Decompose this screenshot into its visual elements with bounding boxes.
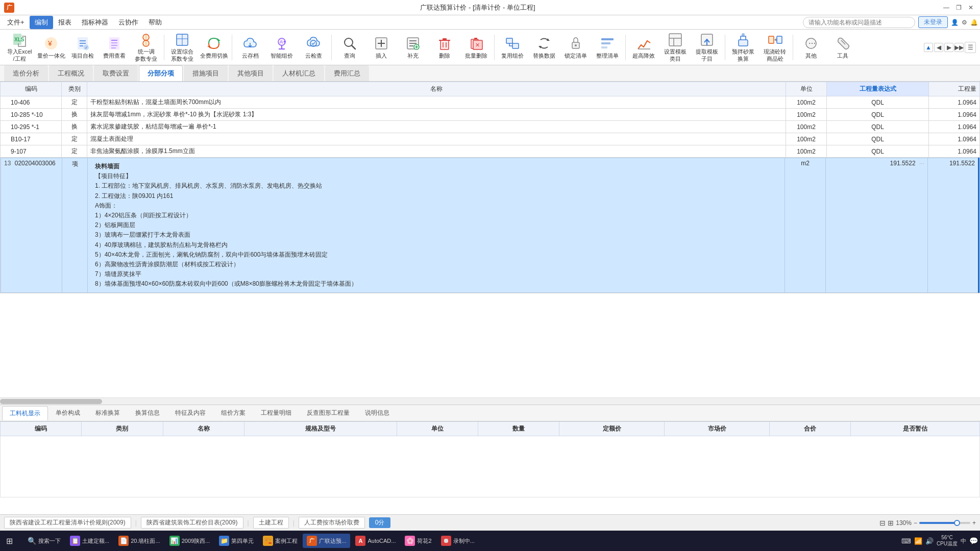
btab-group-plan[interactable]: 组价方案 [213, 406, 253, 420]
taskbar-autocad[interactable]: A AutoCAD... [351, 534, 400, 548]
toolbar-cloud-check[interactable]: 云检查 [298, 32, 329, 63]
table-row[interactable]: 10-295 *-1 换 素水泥浆掺建筑胶，粘结层每增减一遍 单价*-1 100… [1, 121, 980, 133]
row-code: 10-295 *-1 [1, 121, 62, 133]
taskbar-sample[interactable]: 🏗️ 案例工程 [259, 534, 302, 548]
toolbar-replace-data[interactable]: 替换数据 [529, 32, 559, 63]
toolbar-reuse-group[interactable]: 复用组价 [497, 32, 528, 63]
status-decoration-price[interactable]: 陕西省建筑装饰工程价目表(2009) [141, 517, 243, 529]
taskbar-guanglianda[interactable]: 广 广联达预... [303, 534, 350, 548]
toolbar-separator-6 [725, 35, 725, 60]
table-row[interactable]: B10-17 定 混凝土表面处理 100m2 QDL 1.0964 [1, 133, 980, 145]
btab-unit-price-composition[interactable]: 单价构成 [48, 406, 88, 420]
status-construction-type[interactable]: 土建工程 [253, 517, 289, 529]
tab-labor-material[interactable]: 人材机汇总 [274, 65, 324, 81]
toolbar-tidy-clear[interactable]: 整理清单 [592, 32, 623, 63]
scrollbar-thumb[interactable] [0, 399, 102, 404]
toolbar-precast-sand[interactable]: 预拌砂浆换算 [728, 32, 758, 63]
login-button[interactable]: 未登录 [918, 16, 948, 28]
tab-cost-analysis[interactable]: 造价分析 [4, 65, 48, 81]
status-labor-fee[interactable]: 人工费按市场价取费 [299, 517, 365, 529]
menu-item-edit[interactable]: 编制 [30, 16, 53, 29]
toolbar-insert[interactable]: 插入 [366, 32, 397, 63]
toolbar-full-switch[interactable]: 全费用切换 [199, 32, 229, 63]
toolbar-tools[interactable]: 工具 [827, 32, 858, 63]
taskbar-wall[interactable]: 📄 20.墙柱面... [114, 534, 164, 548]
svg-marker-21 [217, 38, 220, 41]
nav-arrow-right2[interactable]: ▶▶ [954, 43, 964, 52]
toolbar-project-check[interactable]: ✓ 项目自检 [67, 32, 98, 63]
toolbar-unit-price[interactable]: ¥ 量价一体化 [36, 32, 66, 63]
row-expr: QDL [827, 96, 929, 109]
toolbar-config-sum[interactable]: 设置综合系数专业 [167, 32, 198, 63]
btab-labor-material-display[interactable]: 工料机显示 [2, 406, 48, 420]
column-settings-btn[interactable]: ☰ [965, 42, 976, 53]
maximize-btn[interactable]: ❐ [953, 3, 964, 13]
tab-other-items[interactable]: 其他项目 [229, 65, 273, 81]
toolbar-query[interactable]: 查询 [334, 32, 365, 63]
expanded-row-13[interactable]: 13 020204003006 项 块料墙面 【项目特征】 1. 工程部位：地下… [1, 158, 980, 293]
zoom-out-btn[interactable]: − [914, 519, 917, 527]
search-input[interactable] [803, 17, 915, 28]
tab-fee-summary[interactable]: 费用汇总 [325, 65, 369, 81]
menu-item-report[interactable]: 报表 [53, 16, 77, 29]
menu-item-help[interactable]: 帮助 [143, 16, 167, 29]
title-bar: 广 广联达预算计价 - [清单计价 - 单位工程] — ❐ ✕ [0, 0, 980, 15]
toolbar-supplement[interactable]: 补充 [398, 32, 428, 63]
view-grid-icon[interactable]: ⊞ [888, 519, 894, 527]
btab-qty-detail[interactable]: 工程量明细 [253, 406, 299, 420]
btab-features-content[interactable]: 特征及内容 [167, 406, 213, 420]
taskbar-search[interactable]: 🔍 搜索一下 [23, 535, 65, 547]
start-button[interactable]: ⊞ [2, 534, 22, 548]
taskbar-shaanxi[interactable]: 📊 2009陕西... [165, 534, 214, 548]
taskbar-quota[interactable]: 📋 土建定额... [66, 534, 113, 548]
zoom-slider[interactable] [919, 522, 970, 524]
table-row[interactable]: 10-285 *-10 换 抹灰层每增减1mm，水泥砂浆 单价*-10 换为【水… [1, 109, 980, 121]
btab-standard-conversion[interactable]: 标准换算 [88, 406, 128, 420]
bell-icon[interactable]: 🔔 [970, 19, 978, 26]
toolbar-overpow[interactable]: 超高降效 [628, 32, 659, 63]
toolbar-lock-clear[interactable]: 锁定清单 [560, 32, 591, 63]
toolbar-unified-adjust[interactable]: 统一调参数专业 [131, 32, 161, 63]
toolbar-extract-template[interactable]: 提取模板子目 [692, 32, 722, 63]
menu-item-collab[interactable]: 云协作 [113, 16, 143, 29]
toolbar-on-site-turn[interactable]: 现浇砼转商品砼 [760, 32, 790, 63]
toolbar-smart-group[interactable]: A✦ 智能组价 [266, 32, 297, 63]
btab-description[interactable]: 说明信息 [357, 406, 397, 420]
table-row[interactable]: 10-406 定 干粉型粘贴剂粘贴，混凝土墙面周长700mm以内 100m2 Q… [1, 96, 980, 109]
svg-text:✕: ✕ [475, 42, 480, 48]
notification-icon[interactable]: 💬 [969, 537, 978, 545]
nav-arrow-up[interactable]: ▲ [924, 43, 933, 52]
user-icon[interactable]: 👤 [951, 19, 959, 26]
minimize-btn[interactable]: — [941, 3, 951, 13]
menu-item-file[interactable]: 文件+ [2, 16, 30, 29]
sample-icon: 🏗️ [263, 536, 273, 546]
nav-arrow-right[interactable]: ▶ [944, 43, 953, 52]
toolbar-set-template[interactable]: 设置模板类目 [660, 32, 691, 63]
window-controls[interactable]: — ❐ ✕ [941, 3, 976, 13]
toolbar-cloud-save[interactable]: 云存档 [235, 32, 265, 63]
settings-icon[interactable]: ⚙ [962, 19, 967, 26]
taskbar-unit4[interactable]: 📁 第四单元 [215, 534, 258, 548]
tab-measures[interactable]: 措施项目 [184, 65, 228, 81]
nav-arrow-left[interactable]: ◀ [934, 43, 943, 52]
table-row[interactable]: 9-107 定 非焦油聚氨酯涂膜，涂膜厚1.5mm立面 100m2 QDL 1.… [1, 145, 980, 158]
taskbar-recording[interactable]: ⏺ 录制中... [437, 534, 479, 548]
set-template-icon [667, 32, 683, 47]
horizontal-scrollbar[interactable] [0, 397, 980, 405]
toolbar-other[interactable]: ⋯ 其他 [796, 32, 826, 63]
menu-item-indicator[interactable]: 指标神器 [77, 16, 113, 29]
status-price-rule[interactable]: 陕西省建设工程工程量清单计价规则(2009) [4, 517, 131, 529]
taskbar-lotus[interactable]: 🌸 荷花2 [401, 534, 435, 548]
view-list-icon[interactable]: ⊟ [879, 519, 886, 527]
toolbar-import-excel[interactable]: XLS 导入Excel/工程 [4, 32, 35, 63]
toolbar-fee-check[interactable]: 费用查看 [99, 32, 130, 63]
tab-parts[interactable]: 分部分项 [139, 65, 183, 81]
btab-reverse-check[interactable]: 反查图形工程量 [299, 406, 357, 420]
tab-project-overview[interactable]: 工程概况 [49, 65, 93, 81]
zoom-in-btn[interactable]: + [972, 519, 976, 527]
toolbar-delete[interactable]: 删除 [429, 32, 460, 63]
btab-conversion-info[interactable]: 换算信息 [128, 406, 167, 420]
toolbar-batch-delete[interactable]: ✕ 批量删除 [461, 32, 492, 63]
tab-fee-settings[interactable]: 取费设置 [94, 65, 138, 81]
close-btn[interactable]: ✕ [966, 3, 976, 13]
